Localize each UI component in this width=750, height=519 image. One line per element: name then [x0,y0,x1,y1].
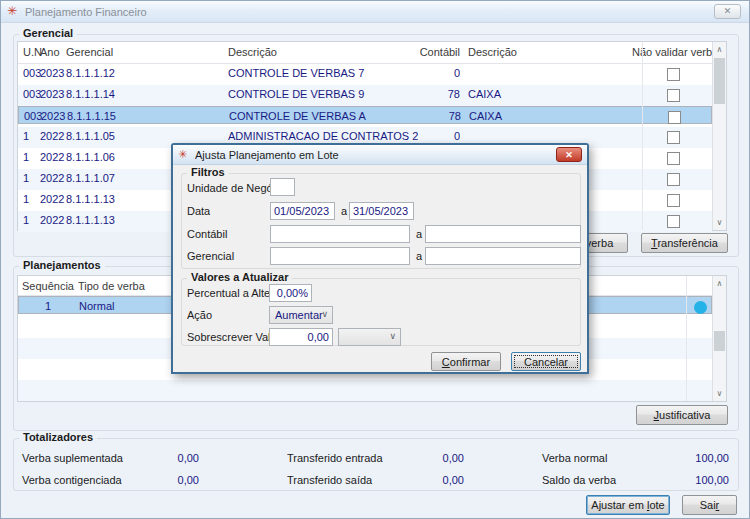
gerencial-to-input[interactable] [425,247,581,265]
cell-contabil: 0 [410,130,460,142]
column-divider [686,276,687,401]
transferido-entrada-label: Transferido entrada [287,452,383,464]
verba-contigenciada-value: 0,00 [109,474,199,486]
dialog-pinwheel-icon: ✳ [178,148,187,161]
cell-descricao: ADMINISTRACAO DE CONTRATOS 2 [228,130,418,142]
nao-validar-checkbox[interactable] [667,68,680,81]
gerencial-row-2[interactable]: 003 2023 8.1.1.1.14 CONTROLE DE VERBAS 9… [18,85,712,106]
transferencia-button[interactable]: Transferência [641,233,728,253]
data-from-input[interactable] [270,202,335,220]
percentual-input[interactable] [269,284,312,302]
app-pinwheel-icon: ✳ [7,5,20,18]
cell-contabil: 78 [411,110,461,122]
filtros-group-label: Filtros [187,166,229,178]
verba-suplementada-label: Verba suplementada [22,452,123,464]
cell-gerencial: 8.1.1.1.12 [66,67,216,79]
col-descricao: Descrição [228,46,418,58]
gerencial-group-label: Gerencial [19,27,77,39]
gerencial-row-1[interactable]: 003 2023 8.1.1.1.12 CONTROLE DE VERBAS 7… [18,64,712,85]
nao-validar-checkbox[interactable] [667,89,680,102]
titlebar: ✳ Planejamento Financeiro ✕ [1,1,749,23]
nao-validar-checkbox[interactable] [667,194,680,207]
contabil-label: Contábil [187,228,227,240]
col-sequencia: Sequência [22,280,76,292]
sobrescrever-label: Sobrescrever Valor [187,331,280,343]
dialog-close-button[interactable]: ✕ [556,147,582,162]
scrollbar-thumb[interactable] [714,58,725,104]
justificativa-button[interactable]: Justificativa [636,405,728,425]
cell-descricao: CONTROLE DE VERBAS A [229,110,419,122]
gerencial-filter-label: Gerencial [187,250,234,262]
status-dot-icon [694,301,707,314]
cell-descricao: CONTROLE DE VERBAS 7 [228,67,418,79]
cell-sequencia: 1 [19,300,77,312]
nao-validar-checkbox[interactable] [667,215,680,228]
scrollbar-thumb[interactable] [714,331,725,351]
acao-select[interactable]: Aumentar ∨ [269,306,333,324]
cancelar-button[interactable]: Cancelar [511,352,581,371]
saldo-da-verba-value: 100,00 [634,474,729,486]
scroll-down-icon[interactable]: ∨ [713,386,726,401]
transferido-saida-value: 0,00 [374,474,464,486]
valores-group-label: Valores a Atualizar [187,271,292,283]
ajusta-planejamento-dialog: ✳ Ajusta Planejamento em Lote ✕ Filtros … [171,143,589,374]
cell-descricao2: CAIXA [468,88,623,100]
acao-label: Ação [187,309,212,321]
gerencial-table-header: U.N Ano Gerencial Descrição Contábil Des… [18,42,726,64]
ajustar-em-lote-button[interactable]: Ajustar em lote [586,495,670,515]
verba-button-label: verba [586,237,614,249]
planejamentos-group-label: Planejamentos [19,259,105,271]
cell-contabil: 78 [410,88,460,100]
col-contabil: Contábil [410,46,460,58]
nao-validar-checkbox[interactable] [668,111,681,124]
totalizadores-group: Totalizadores Verba suplementada 0,00 Tr… [13,438,739,491]
data-label: Data [187,205,210,217]
scroll-up-icon[interactable]: ∧ [713,276,726,291]
range-separator: a [416,228,422,240]
scroll-up-icon[interactable]: ∧ [713,42,726,57]
col-nao-validar-verba: Não validar verba [632,46,714,58]
dialog-titlebar: ✳ Ajusta Planejamento em Lote ✕ [173,145,587,165]
contabil-from-input[interactable] [270,225,410,243]
gerencial-from-input[interactable] [270,247,410,265]
col-gerencial: Gerencial [66,46,216,58]
chevron-down-icon: ∨ [321,309,328,319]
chevron-down-icon: ∨ [389,331,396,341]
nao-validar-checkbox[interactable] [667,152,680,165]
verba-normal-label: Verba normal [542,452,607,464]
range-separator: a [341,205,347,217]
cell-gerencial: 8.1.1.1.15 [67,110,217,122]
gerencial-vscrollbar[interactable]: ∧ ∨ [712,42,726,230]
cell-contabil: 0 [410,67,460,79]
dialog-title: Ajusta Planejamento em Lote [195,149,339,161]
gerencial-row-3-selected[interactable]: 003 2023 8.1.1.1.15 CONTROLE DE VERBAS A… [18,106,712,124]
cell-descricao2: CAIXA [469,110,624,122]
acao-selected-value: Aumentar [275,309,323,321]
saldo-da-verba-label: Saldo da verba [542,474,616,486]
totalizadores-group-label: Totalizadores [19,431,97,443]
range-separator: a [416,250,422,262]
column-divider [642,42,643,230]
planejamentos-empty-row[interactable] [18,380,712,401]
scroll-down-icon[interactable]: ∨ [713,215,726,230]
verba-suplementada-value: 0,00 [109,452,199,464]
nao-validar-checkbox[interactable] [667,173,680,186]
transferido-saida-label: Transferido saída [287,474,372,486]
confirmar-button[interactable]: Confirmar [431,352,501,371]
data-to-input[interactable] [349,202,414,220]
cell-descricao: CONTROLE DE VERBAS 9 [228,88,418,100]
planejamentos-vscrollbar[interactable]: ∧ ∨ [712,276,726,401]
verba-normal-value: 100,00 [634,452,729,464]
planejamento-financeiro-window: ✳ Planejamento Financeiro ✕ Gerencial U.… [0,0,750,519]
unidade-negocio-input[interactable] [270,178,295,196]
sobrescrever-unit-select[interactable]: ∨ [338,328,401,346]
verba-contigenciada-label: Verba contigenciada [22,474,122,486]
nao-validar-checkbox[interactable] [667,131,680,144]
window-title: Planejamento Financeiro [25,6,147,18]
sair-button[interactable]: Sair [682,495,737,515]
sobrescrever-valor-input[interactable] [269,328,333,346]
window-close-button[interactable]: ✕ [714,4,741,19]
contabil-to-input[interactable] [425,225,581,243]
cell-gerencial: 8.1.1.1.14 [66,88,216,100]
cell-gerencial: 8.1.1.1.05 [66,130,216,142]
